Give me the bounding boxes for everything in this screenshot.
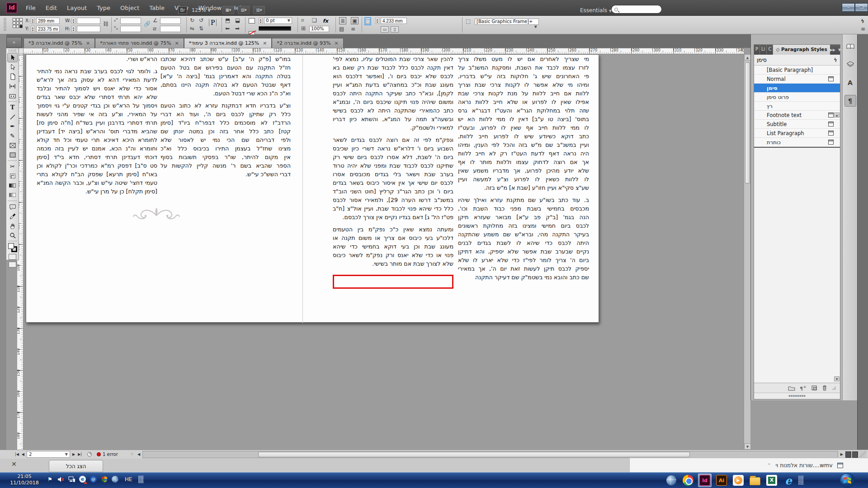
document-tab[interactable]: *אדברה 2.indd @ 93% ×	[272, 38, 343, 48]
preflight-error-label[interactable]: 1 error	[103, 452, 118, 457]
collapsed-panel-tab[interactable]: C	[767, 45, 773, 55]
drop-shadow-icon[interactable]: ❏	[312, 17, 317, 23]
horizontal-ruler[interactable]: 1020304050607080901001101201301401501601…	[24, 48, 744, 54]
wrap-options-icon[interactable]: ≡	[351, 26, 355, 32]
reference-point-proxy[interactable]	[13, 18, 23, 28]
effects-button[interactable]: fx	[323, 18, 328, 24]
rectangle-tool[interactable]	[7, 150, 18, 160]
taskbar-chrome-icon[interactable]	[681, 474, 695, 487]
pencil-tool[interactable]: ✎	[7, 131, 18, 141]
media-file-name[interactable]: שורות אלמנות וי....wmv	[775, 462, 832, 469]
wrap-around-icon[interactable]: ▣	[351, 17, 359, 24]
rotate-ccw-icon[interactable]: ↺	[199, 17, 203, 23]
x-field[interactable]	[36, 18, 60, 24]
wrap-none-icon[interactable]: ≣	[339, 17, 346, 24]
menu-item[interactable]: Table	[145, 3, 169, 13]
hand-tool[interactable]	[7, 221, 18, 230]
menu-item[interactable]: Object	[116, 3, 143, 13]
constrain-proportions-icon[interactable]: ⛓	[103, 21, 108, 27]
x-stepper[interactable]: ▲▼	[31, 18, 35, 24]
delete-style-icon[interactable]	[822, 385, 827, 391]
taskbar-internet-icon[interactable]	[665, 474, 678, 487]
emule-icon[interactable]: @	[90, 475, 97, 483]
close-icon[interactable]: ✕	[11, 460, 17, 468]
taskbar-excel-icon[interactable]: X	[765, 474, 778, 487]
antivirus-warning-icon[interactable]: e	[79, 475, 86, 483]
scale-y-field[interactable]	[120, 26, 141, 32]
search-input[interactable]	[611, 5, 662, 14]
show-all-popup[interactable]: הצג הכל	[49, 460, 103, 472]
type-tool[interactable]: T	[7, 103, 18, 112]
normal-view-mode-button[interactable]	[9, 262, 16, 267]
panel-grip[interactable]	[9, 49, 16, 52]
style-row[interactable]: כותרת	[754, 138, 840, 147]
link-scale-icon[interactable]: 🔗	[144, 21, 151, 27]
close-tab-icon[interactable]: ×	[263, 40, 267, 46]
action-center-flag-icon[interactable]: ⚑	[46, 475, 54, 483]
previous-page-button[interactable]: ◀	[20, 452, 26, 456]
quick-apply-icon[interactable]: ϟ	[834, 57, 837, 63]
taskbar-ie-icon[interactable]: e	[782, 474, 795, 487]
object-style-dropdown[interactable]: [Basic Graphics Frame]+▼	[475, 19, 539, 25]
zoom-tool[interactable]	[7, 230, 18, 240]
stroke-weight-dropdown[interactable]: 0 pt▼	[264, 18, 292, 24]
gap-stepper[interactable]: ▲▼	[375, 18, 379, 24]
selection-tool[interactable]	[7, 53, 18, 62]
page-spread[interactable]: מי שצריך לאחרים אם יש לו מעט משלו צריךלז…	[26, 54, 599, 323]
clear-overrides-icon[interactable]: ¶+	[800, 384, 807, 392]
style-row[interactable]: List Paragraph	[754, 129, 840, 138]
scroll-up-icon[interactable]: ▲	[744, 54, 751, 61]
collapsed-panel-tab[interactable]: Li	[760, 45, 767, 55]
frame-tool[interactable]	[7, 141, 18, 150]
stroke-color-swatch[interactable]	[249, 18, 255, 23]
workspace-switcher[interactable]: Essentials▼	[580, 7, 612, 14]
security-shield-icon[interactable]	[100, 475, 108, 483]
scale-x-field[interactable]	[120, 18, 141, 24]
w-field[interactable]	[77, 18, 100, 24]
close-tab-icon[interactable]: ×	[86, 40, 90, 46]
text-column-c[interactable]: להכין שאר צרכי שבת המוטלים עליו, נמצא לפ…	[333, 55, 453, 272]
text-column-d[interactable]: מי שצריך לאחרים אם יש לו מעט משלו צריךלז…	[458, 55, 589, 285]
pen-tool[interactable]: ✒	[7, 122, 18, 131]
scroll-down-icon[interactable]: ▼	[834, 376, 840, 381]
select-content-icon[interactable]: ⬓	[235, 17, 240, 23]
rotate-cw-icon[interactable]: ↻	[190, 17, 194, 23]
quick-apply-icon[interactable]: ϟ	[861, 18, 864, 24]
style-row[interactable]: [Basic Paragraph]	[754, 66, 840, 75]
preflight-menu-icon[interactable]: ▼	[131, 452, 133, 456]
fill-swatch[interactable]	[8, 243, 14, 249]
free-transform-tool[interactable]	[7, 171, 18, 181]
last-page-button[interactable]: ▶|	[76, 452, 83, 456]
opacity-dropdown[interactable]: 100%	[309, 26, 329, 32]
style-row[interactable]: Subtitle	[754, 120, 840, 129]
document-tab[interactable]: *אדברה 3.indd @ 75% ×	[24, 38, 95, 48]
new-style-group-icon[interactable]	[788, 385, 795, 391]
create-new-style-icon[interactable]	[811, 385, 817, 391]
vertical-scroll-thumb[interactable]	[745, 62, 750, 183]
vertical-scrollbar[interactable]: ▲ ▼	[744, 54, 750, 450]
panel-menu-icon[interactable]: ≡	[861, 26, 865, 32]
gradient-feather-tool[interactable]	[7, 190, 18, 200]
screen-mode-button[interactable]: ▤▾	[238, 6, 250, 14]
scroll-left-icon[interactable]: ◀	[136, 452, 142, 456]
line-tool[interactable]	[7, 112, 18, 122]
corner-options-icon[interactable]: ⌗	[301, 17, 304, 23]
horizontal-scroll-thumb[interactable]	[258, 452, 690, 457]
collapsed-panel-tab[interactable]: P	[754, 45, 760, 55]
menu-item[interactable]: Edit	[42, 3, 61, 13]
close-tab-icon[interactable]: ×	[175, 40, 179, 46]
shear-field[interactable]	[160, 26, 181, 32]
menu-item[interactable]: Layout	[63, 3, 91, 13]
taskbar-illustrator-icon[interactable]: Ai	[715, 474, 728, 487]
scroll-up-icon[interactable]: ▲	[834, 113, 840, 117]
fill-stroke-swatches[interactable]	[8, 243, 17, 252]
flip-vertical-icon[interactable]: ⇅	[199, 25, 203, 32]
zoom-level-dropdown[interactable]: 125%▼	[192, 7, 211, 13]
document-tab[interactable]: *ספר פתחי האורה.indd @ 75% ×	[95, 38, 184, 48]
panel-grip[interactable]	[4, 18, 6, 32]
window-resize-grip[interactable]	[859, 451, 867, 458]
close-tab-icon[interactable]: ×	[334, 40, 338, 46]
content-collector-tool[interactable]	[7, 91, 18, 100]
h-stepper[interactable]: ▲▼	[71, 26, 75, 32]
start-button[interactable]	[837, 473, 857, 488]
